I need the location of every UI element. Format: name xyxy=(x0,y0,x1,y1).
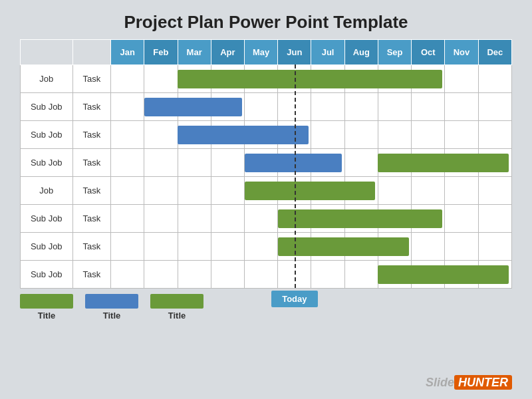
legend-item-1: Title xyxy=(85,294,138,321)
header-month-nov: Nov xyxy=(445,40,478,65)
cell-r0-c0 xyxy=(111,65,144,93)
slidehunter-logo: SlideHUNTER xyxy=(426,376,512,390)
header-month-aug: Aug xyxy=(344,40,378,65)
cell-r7-c5 xyxy=(278,261,311,289)
slide-text: Slide xyxy=(426,376,454,389)
cell-r0-c11 xyxy=(478,65,511,93)
row-label2-2: Task xyxy=(72,121,111,149)
page-title: Project Plan Power Point Template xyxy=(0,0,532,39)
header-month-feb: Feb xyxy=(144,40,178,65)
cell-r4-c9 xyxy=(412,177,445,205)
cell-r1-c8 xyxy=(378,93,411,121)
cell-r6-c3 xyxy=(211,233,244,261)
gantt-bar-r3 xyxy=(245,154,342,172)
cell-r4-c2 xyxy=(178,177,211,205)
cell-r1-c10 xyxy=(445,93,478,121)
legend-box-1 xyxy=(85,294,138,309)
cell-r1-c5 xyxy=(278,93,311,121)
cell-r2-c11 xyxy=(478,121,511,149)
row-label2-6: Task xyxy=(72,233,111,261)
cell-r3-c0 xyxy=(111,149,144,177)
header-month-may: May xyxy=(245,40,278,65)
cell-r7-c1 xyxy=(144,261,178,289)
cell-r2-c9 xyxy=(412,121,445,149)
row-label2-1: Task xyxy=(72,93,111,121)
row-label2-7: Task xyxy=(72,261,111,289)
cell-r0-c10 xyxy=(445,65,478,93)
legend-label-2: Title xyxy=(168,311,186,321)
header-month-jan: Jan xyxy=(111,40,144,65)
legend-item-0: Title xyxy=(20,294,73,321)
row-label1-0: Job xyxy=(21,65,73,93)
row-label1-5: Sub Job xyxy=(21,205,73,233)
legend-label-1: Title xyxy=(103,311,121,321)
cell-r1-c11 xyxy=(478,93,511,121)
hunter-text: HUNTER xyxy=(454,375,512,390)
cell-r1-c7 xyxy=(344,93,378,121)
cell-r4-c8 xyxy=(378,177,411,205)
cell-r7-c0 xyxy=(111,261,144,289)
cell-r4-c3 xyxy=(211,177,244,205)
cell-r1-c9 xyxy=(412,93,445,121)
gantt-bar-r5 xyxy=(278,209,442,228)
cell-r6-c9 xyxy=(412,233,445,261)
row-label2-5: Task xyxy=(72,205,111,233)
header-month-dec: Dec xyxy=(478,40,511,65)
cell-r4-c0 xyxy=(111,177,144,205)
cell-r6-c10 xyxy=(445,233,478,261)
cell-r3-c2 xyxy=(178,149,211,177)
cell-r5-c1 xyxy=(144,205,178,233)
row-label1-6: Sub Job xyxy=(21,233,73,261)
cell-r7-c4 xyxy=(245,261,278,289)
cell-r7-c7 xyxy=(344,261,378,289)
cell-r3-c3 xyxy=(211,149,244,177)
legend-area: TitleTitleTitle xyxy=(20,294,512,321)
header-month-jul: Jul xyxy=(311,40,344,65)
header-empty2 xyxy=(72,40,111,65)
row-label1-7: Sub Job xyxy=(21,261,73,289)
gantt-bar-r1 xyxy=(144,98,242,116)
header-month-jun: Jun xyxy=(278,40,311,65)
today-label: Today xyxy=(271,291,318,307)
gantt-bar-r2 xyxy=(178,126,309,144)
cell-r5-c2 xyxy=(178,205,211,233)
cell-r7-c3 xyxy=(211,261,244,289)
row-label1-3: Sub Job xyxy=(21,149,73,177)
cell-r3-c1 xyxy=(144,149,178,177)
cell-r7-c2 xyxy=(178,261,211,289)
cell-r0-c1 xyxy=(144,65,178,93)
header-month-sep: Sep xyxy=(378,40,411,65)
cell-r2-c6 xyxy=(311,121,344,149)
header-month-apr: Apr xyxy=(211,40,244,65)
legend-box-0 xyxy=(20,294,73,309)
cell-r1-c0 xyxy=(111,93,144,121)
legend-item-2: Title xyxy=(150,294,203,321)
cell-r2-c10 xyxy=(445,121,478,149)
cell-r5-c10 xyxy=(445,205,478,233)
cell-r2-c8 xyxy=(378,121,411,149)
legend-box-2 xyxy=(150,294,203,309)
chart-area: JanFebMarAprMayJunJulAugSepOctNovDec Job… xyxy=(20,39,512,289)
table-row: Sub JobTask xyxy=(21,93,512,121)
row-label1-4: Job xyxy=(21,177,73,205)
cell-r4-c10 xyxy=(445,177,478,205)
cell-r6-c4 xyxy=(245,233,278,261)
legend-label-0: Title xyxy=(38,311,56,321)
cell-r5-c4 xyxy=(245,205,278,233)
header-month-oct: Oct xyxy=(412,40,445,65)
row-label2-0: Task xyxy=(72,65,111,93)
header-month-mar: Mar xyxy=(178,40,211,65)
gantt-bar-r0 xyxy=(178,70,442,88)
header-empty1 xyxy=(21,40,73,65)
cell-r5-c3 xyxy=(211,205,244,233)
cell-r1-c4 xyxy=(245,93,278,121)
cell-r6-c0 xyxy=(111,233,144,261)
cell-r6-c1 xyxy=(144,233,178,261)
cell-r6-c11 xyxy=(478,233,511,261)
row-label1-2: Sub Job xyxy=(21,121,73,149)
cell-r1-c6 xyxy=(311,93,344,121)
cell-r4-c1 xyxy=(144,177,178,205)
cell-r4-c11 xyxy=(478,177,511,205)
cell-r7-c6 xyxy=(311,261,344,289)
row-label2-3: Task xyxy=(72,149,111,177)
